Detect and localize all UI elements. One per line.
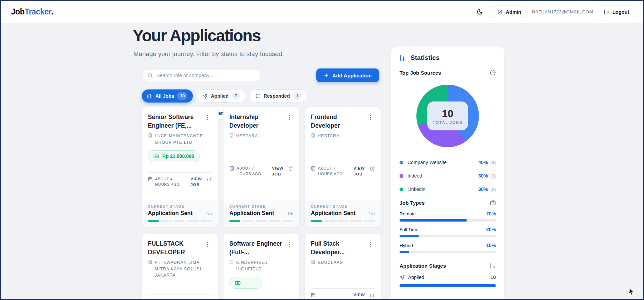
company-name: PT. KWADRAN LIMA MITRA KAYA SOLUSI - JAK… xyxy=(155,259,212,279)
stage-applied-bar xyxy=(400,284,496,287)
card-menu-button[interactable]: ⋮ xyxy=(285,239,293,248)
admin-label: Admin xyxy=(506,9,521,15)
stage-progress-text: 1/5 xyxy=(206,211,212,216)
application-card: Software Engineer (Full-... ⋮ KINDERFIEL… xyxy=(223,233,299,300)
pie-chart-icon xyxy=(490,70,496,76)
page-title: Your Applications xyxy=(133,26,260,45)
filter-applied[interactable]: Applied 7 xyxy=(197,89,245,103)
card-body: Full Stack Developer... ⋮ EDUCLAAS VIEW … xyxy=(305,234,381,300)
external-link-icon[interactable] xyxy=(207,299,212,300)
job-types-heading: Job Types xyxy=(400,200,496,206)
logout-icon xyxy=(604,9,609,15)
legend-dot xyxy=(400,188,403,191)
external-link-icon[interactable] xyxy=(370,293,375,298)
view-job-link[interactable]: VIEW JOB xyxy=(353,165,367,178)
company-row: HESTARA xyxy=(311,133,375,139)
pie-legend: Company Website 40% (4) Indeed 30% (3) L… xyxy=(400,160,496,192)
stage-caption: CURRENT STAGE xyxy=(229,205,293,208)
logo-part-tracker: Tracker xyxy=(24,7,51,16)
dark-mode-toggle[interactable] xyxy=(473,6,487,19)
progress-track xyxy=(400,235,496,237)
bar-chart-icon xyxy=(400,54,407,62)
card-menu-button[interactable]: ⋮ xyxy=(367,239,375,248)
legend-item: Indeed 30% (3) xyxy=(400,173,496,179)
add-application-label: Add Application xyxy=(332,73,372,78)
logout-button[interactable]: Logout xyxy=(599,6,634,18)
job-title: Internship Developer xyxy=(229,113,285,130)
calendar-icon xyxy=(229,166,234,171)
bar-chart-icon xyxy=(490,263,496,269)
page-subtitle: Manage your journey. Filter by status to… xyxy=(133,50,284,58)
external-link-icon[interactable] xyxy=(288,166,293,171)
card-meta: ABOUT 7 HOURS AGO VIEW JOB xyxy=(311,162,375,178)
search-box xyxy=(142,69,261,82)
search-icon xyxy=(147,73,153,78)
card-body: Senior Software Engineer (FE,... ⋮ LUCE … xyxy=(142,107,218,201)
external-link-icon[interactable] xyxy=(370,166,375,171)
logout-label: Logout xyxy=(612,9,629,15)
view-job-link[interactable]: VIEW JOB xyxy=(353,292,367,300)
job-title: Full Stack Developer... xyxy=(311,239,367,256)
posted-time xyxy=(311,292,351,297)
job-title: FULLSTACK DEVELOPER xyxy=(148,239,204,256)
progress-track xyxy=(400,219,496,222)
building-icon xyxy=(229,133,234,138)
briefcase-icon xyxy=(147,94,152,99)
building-icon xyxy=(148,133,152,138)
calendar-icon xyxy=(148,298,153,300)
job-title: Senior Software Engineer (FE,... xyxy=(148,113,204,130)
add-application-button[interactable]: Add Application xyxy=(316,68,379,82)
salary-badge xyxy=(229,277,262,289)
view-job-link[interactable]: VIEW JOB xyxy=(190,176,204,188)
moon-icon xyxy=(477,9,483,15)
application-card: Full Stack Developer... ⋮ EDUCLAAS VIEW … xyxy=(305,233,381,300)
stage-progress-bar xyxy=(311,220,375,222)
card-stage-footer: CURRENT STAGE Application Sent 1/5 xyxy=(223,201,299,227)
card-body: Internship Developer ⋮ HESTARA ABOUT 7 H… xyxy=(223,107,299,201)
company-name: KINDERFIELD HIGHFIELD xyxy=(236,259,293,272)
job-title: Software Engineer (Full-... xyxy=(229,239,285,256)
filter-count-badge: 10 xyxy=(177,92,187,100)
legend-item: Company Website 40% (4) xyxy=(400,160,496,165)
application-card: Internship Developer ⋮ HESTARA ABOUT 7 H… xyxy=(223,107,299,227)
search-input[interactable] xyxy=(142,69,261,82)
navbar-right: Admin NAFHAN1723@GMAIL.COM Logout xyxy=(473,6,634,19)
admin-badge[interactable]: Admin xyxy=(492,6,526,18)
card-menu-button[interactable]: ⋮ xyxy=(285,113,293,121)
navbar: JobTracker. Admin NAFHAN1723@GMAIL.COM L… xyxy=(1,1,643,23)
job-type-bars: Remote 70% Full Time 20% Hybrid 10% xyxy=(400,211,496,253)
job-sources-pie-chart: 10 TOTAL JOBS xyxy=(416,85,479,147)
app-logo[interactable]: JobTracker. xyxy=(11,7,53,17)
company-name: HESTARA xyxy=(318,133,340,139)
app-window: JobTracker. Admin NAFHAN1723@GMAIL.COM L… xyxy=(0,0,644,300)
posted-time: ABOUT 7 HOURS AGO xyxy=(229,165,269,177)
banknote-icon xyxy=(235,280,241,286)
stage-caption: CURRENT STAGE xyxy=(148,205,212,208)
filter-all-jobs[interactable]: All Jobs 10 xyxy=(142,89,193,103)
filter-responded[interactable]: Responded 1 xyxy=(250,89,307,103)
shield-check-icon xyxy=(497,9,503,15)
application-card: Senior Software Engineer (FE,... ⋮ LUCE … xyxy=(142,107,218,227)
view-job-link[interactable]: VIEW JOB xyxy=(272,165,286,178)
building-icon xyxy=(229,260,234,264)
building-icon xyxy=(311,133,315,138)
stage-progress-text: 1/5 xyxy=(369,211,375,216)
calendar-icon xyxy=(148,176,153,181)
stage-progress-bar xyxy=(148,220,212,222)
stage-name: Application Sent xyxy=(229,210,287,216)
posted-time: ABOUT 4 HOURS AGO xyxy=(148,176,188,188)
card-menu-button[interactable]: ⋮ xyxy=(204,113,212,121)
card-menu-button[interactable]: ⋮ xyxy=(367,113,375,121)
statistics-header: Statistics xyxy=(400,54,496,62)
job-type-row: Hybrid 10% xyxy=(400,243,496,248)
job-type-row: Full Time 20% xyxy=(400,227,496,232)
card-body: FULLSTACK DEVELOPER ⋮ PT. KWADRAN LIMA M… xyxy=(142,234,218,300)
company-row: EDUCLAAS xyxy=(311,259,375,266)
salary-badge: Rp 21.000.000 xyxy=(148,150,200,162)
send-icon xyxy=(203,94,208,99)
card-menu-button[interactable]: ⋮ xyxy=(204,239,212,248)
external-link-icon[interactable] xyxy=(207,177,212,182)
stage-row-applied: Applied 10 xyxy=(400,275,496,280)
view-job-link[interactable]: VIEW JOB xyxy=(190,298,204,300)
building-icon xyxy=(311,260,315,264)
